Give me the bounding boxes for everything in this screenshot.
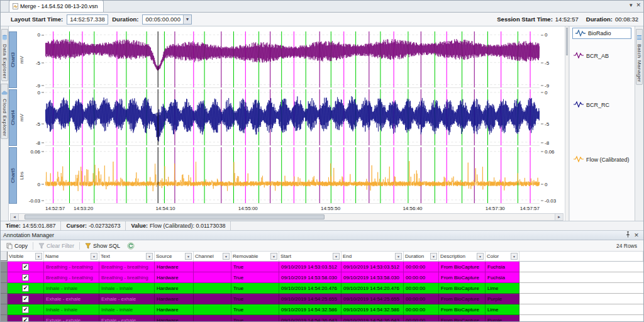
- column-header-name[interactable]: Name▼: [44, 252, 99, 261]
- column-header-duration[interactable]: Duration▼: [404, 252, 439, 261]
- column-filter-icon[interactable]: ▼: [430, 253, 437, 260]
- cursor-label: Cursor:: [66, 223, 87, 229]
- row-selector[interactable]: [1, 315, 8, 322]
- tab-merge-14-54-52-08-13-20-vsn[interactable]: Merge - 14.54.52 08-13-20.vsn: [9, 0, 104, 12]
- show-sql-button[interactable]: Show SQL: [83, 242, 122, 250]
- cell-duration: 00:00:00: [404, 294, 439, 304]
- scroll-right-icon[interactable]: ►: [555, 214, 563, 220]
- cell-end: 09/10/2019 14:54:20.476: [341, 283, 404, 294]
- clear-filter-button[interactable]: Clear Filter: [36, 242, 76, 250]
- scrollbar-track[interactable]: [19, 214, 555, 220]
- vertical-scrollbar-thumb[interactable]: [566, 28, 568, 55]
- table-row[interactable]: ✔Exhale - exhaleExhale - exhaleHardwareT…: [1, 294, 643, 304]
- y-tick-label: 0.06: [30, 148, 44, 154]
- duration-combobox[interactable]: 00:05:00.000 ▼: [142, 14, 191, 25]
- cell-source: Hardware: [155, 294, 194, 304]
- layout-start-time-field[interactable]: 14:52:57.338: [67, 14, 108, 25]
- data-explorer-icon: [2, 31, 8, 43]
- row-selector[interactable]: [1, 262, 8, 272]
- cell-text: Exhale - exhale: [99, 315, 155, 322]
- x-tick-label: 14:52:57: [45, 206, 65, 211]
- y-tick-label: 0: [541, 32, 547, 38]
- annotation-manager-title: Annotation Manager: [3, 232, 623, 238]
- tab-list-dropdown-icon[interactable]: ▾: [630, 2, 633, 8]
- column-header-start[interactable]: Start▼: [279, 252, 341, 261]
- column-header-text[interactable]: Text▼: [99, 252, 155, 261]
- row-selector[interactable]: [1, 283, 8, 294]
- cell-name: Breathing - breathing: [44, 272, 99, 283]
- chart-unit: Lbs: [17, 147, 26, 204]
- column-filter-icon[interactable]: ▼: [270, 253, 277, 260]
- column-header-channel[interactable]: Channel▼: [194, 252, 231, 261]
- cell-duration: 00:00:00: [404, 283, 439, 294]
- column-filter-icon[interactable]: ▼: [146, 253, 153, 260]
- visible-checkbox[interactable]: ✔: [22, 296, 29, 303]
- legend-item-bcr-rc[interactable]: BCR_RC: [574, 101, 631, 109]
- refresh-button[interactable]: [125, 242, 136, 250]
- scroll-left-icon[interactable]: ◄: [11, 214, 19, 220]
- legend-item-flow-calibrated-[interactable]: Flow (Calibrated): [574, 155, 631, 164]
- column-header-removable[interactable]: Removable▼: [231, 252, 279, 261]
- panel-close-icon[interactable]: ✕: [632, 232, 641, 238]
- chart-plot-chart4[interactable]: [45, 89, 540, 146]
- dock-tab-batch-manager[interactable]: Batch Manager: [636, 29, 643, 85]
- column-filter-icon[interactable]: ▼: [511, 253, 518, 260]
- table-row[interactable]: ✔Inhale - inhaleInhale - inhaleHardwareT…: [1, 283, 643, 294]
- column-header-visible[interactable]: Visible▼: [8, 252, 44, 261]
- waveform-icon: [575, 30, 586, 38]
- vertical-scrollbar[interactable]: [565, 26, 569, 221]
- scrollbar-thumb[interactable]: [25, 214, 325, 219]
- cell-text: Breathing - breathing: [99, 262, 155, 272]
- row-selector[interactable]: [1, 272, 8, 283]
- chart-label-chart3[interactable]: Chart3: [9, 31, 17, 88]
- column-filter-icon[interactable]: ▼: [223, 253, 230, 260]
- chart-label-chart4[interactable]: Chart4: [9, 89, 17, 146]
- column-filter-icon[interactable]: ▼: [91, 253, 97, 260]
- table-row[interactable]: ✔Breathing - breathingBreathing - breath…: [1, 272, 643, 283]
- cloud-icon: [1, 91, 8, 95]
- visible-checkbox[interactable]: ✔: [22, 274, 29, 281]
- chevron-down-icon[interactable]: ▼: [183, 15, 191, 24]
- y-tick-label: -5: [36, 60, 44, 65]
- filter-clear-icon: [38, 243, 45, 249]
- column-filter-icon[interactable]: ▼: [333, 253, 340, 260]
- chart-plot-chart5[interactable]: [45, 147, 540, 204]
- dock-tab-data-explorer[interactable]: Data Explorer: [1, 29, 8, 81]
- column-filter-icon[interactable]: ▼: [35, 253, 42, 260]
- database-icon: [2, 35, 8, 40]
- column-filter-icon[interactable]: ▼: [477, 253, 484, 260]
- visible-checkbox[interactable]: ✔: [22, 306, 29, 313]
- horizontal-scrollbar[interactable]: ◄ ►: [10, 213, 564, 221]
- visible-checkbox[interactable]: ✔: [22, 264, 29, 270]
- row-selector[interactable]: [1, 294, 8, 304]
- table-corner: [1, 252, 8, 261]
- cell-source: Hardware: [155, 315, 194, 322]
- table-row[interactable]: ✔Inhale - inhaleInhale - inhaleHardwareT…: [1, 304, 643, 315]
- cell-start: 09/10/2019 14:54:36.643: [279, 315, 341, 322]
- column-header-source[interactable]: Source▼: [155, 252, 194, 261]
- table-row[interactable]: ✔Exhale - exhaleExhale - exhaleHardwareT…: [1, 315, 643, 322]
- visible-checkbox[interactable]: ✔: [22, 285, 29, 292]
- y-tick-label: -5: [541, 121, 549, 127]
- dock-tab-cloud-explorer[interactable]: Cloud Explorer: [1, 84, 8, 139]
- cell-end: 09/10/2019 14:54:36.643: [341, 315, 404, 322]
- y-tick-label: 0: [38, 89, 44, 95]
- legend-item-bcr-ab[interactable]: BCR_AB: [574, 52, 631, 60]
- column-filter-icon[interactable]: ▼: [395, 253, 402, 260]
- row-selector[interactable]: [1, 304, 8, 315]
- session-start-time-value: 14:52:57: [555, 16, 579, 23]
- pin-icon[interactable]: [623, 231, 632, 239]
- chart-plot-chart3[interactable]: [45, 31, 540, 88]
- document-tabs: Testdata 01.vsnTestdata 02.vsnMerge - 14…: [9, 0, 104, 12]
- cell-start: 09/10/2019 14:54:32.586: [279, 304, 341, 315]
- column-filter-icon[interactable]: ▼: [185, 253, 192, 260]
- column-header-description[interactable]: Description▼: [439, 252, 486, 261]
- column-header-end[interactable]: End▼: [341, 252, 404, 261]
- bioradio-device-button[interactable]: BioRadio: [572, 28, 631, 39]
- chart-label-chart5[interactable]: Chart5: [9, 147, 17, 204]
- visible-checkbox[interactable]: ✔: [22, 317, 29, 322]
- column-header-color[interactable]: Color▼: [486, 252, 519, 261]
- tab-close-icon[interactable]: ✕: [636, 2, 641, 8]
- copy-button[interactable]: Copy: [4, 242, 30, 250]
- table-row[interactable]: ✔Breathing - breathingBreathing - breath…: [1, 262, 643, 272]
